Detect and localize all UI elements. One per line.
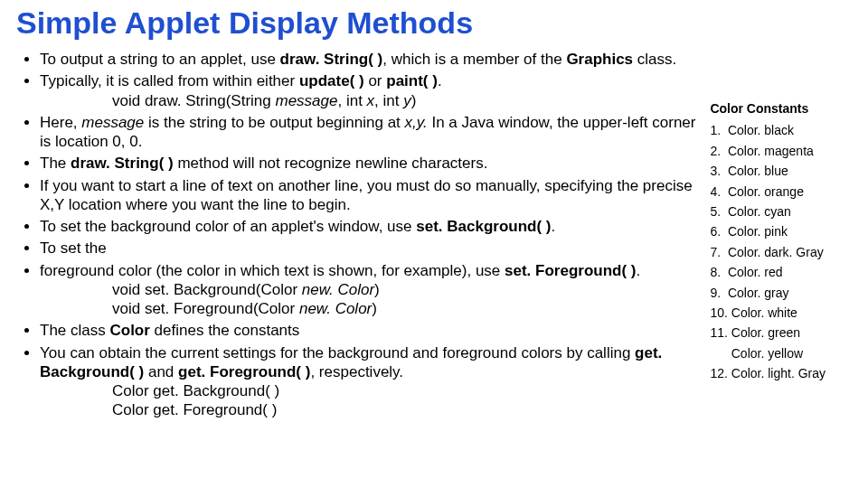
bullet-item: Typically, it is called from within eith…: [40, 71, 706, 110]
list-item: 9. Color. gray: [710, 283, 845, 303]
text: Graphics: [566, 51, 633, 68]
bullet-item: If you want to start a line of text on a…: [40, 176, 706, 215]
text: The class: [40, 322, 109, 339]
bullet-list: To output a string to an applet, use dra…: [40, 50, 706, 420]
text: You can obtain the current settings for …: [40, 344, 635, 361]
text: foreground color (the color in which tex…: [40, 262, 505, 279]
text: .: [551, 218, 555, 235]
text: To set the: [40, 239, 107, 257]
text: Color: [109, 322, 149, 339]
color-list: 1. Color. black 2. Color. magenta 3. Col…: [710, 120, 852, 383]
sidebar: Color Constants 1. Color. black 2. Color…: [706, 50, 852, 383]
text: The: [40, 155, 71, 172]
text: class.: [633, 51, 676, 68]
list-item: 4. Color. orange: [710, 182, 845, 202]
main-content: To output a string to an applet, use dra…: [16, 50, 706, 423]
text: Typically, it is called from within eith…: [40, 72, 299, 89]
text: , which is a member of the: [382, 51, 566, 68]
list-item: 5. Color. cyan: [710, 202, 845, 221]
text: x,y.: [405, 114, 428, 131]
bullet-item: The draw. String( ) method will not reco…: [40, 154, 706, 173]
list-item: Color. yellow: [710, 343, 845, 363]
text: , respectively.: [310, 363, 403, 380]
bullet-item: To set the: [40, 239, 706, 258]
bullet-item: To set the background color of an applet…: [40, 217, 706, 236]
bullet-item: The class Color defines the constants: [40, 321, 706, 340]
param: message: [275, 92, 337, 109]
list-item: 12. Color. light. Gray: [710, 363, 845, 383]
code-signature: void set. Foreground(Color new. Color): [112, 299, 706, 318]
slide: Simple Applet Display Methods To output …: [0, 0, 868, 488]
bullet-item: To output a string to an applet, use dra…: [40, 50, 706, 69]
text: draw. String( ): [71, 155, 174, 172]
text: Here,: [40, 114, 81, 131]
list-item: 10. Color. white: [710, 303, 845, 323]
text: To set the background color of an applet…: [40, 218, 416, 235]
text: message: [81, 114, 144, 131]
param: y: [403, 92, 411, 109]
text: and: [144, 363, 178, 380]
text: draw. String( ): [280, 51, 383, 68]
list-item: 6. Color. pink: [710, 221, 845, 241]
code-signature: void draw. String(String message, int x,…: [112, 91, 706, 110]
list-item: 8. Color. red: [710, 262, 845, 282]
param: new. Color: [302, 281, 374, 298]
bullet-item: You can obtain the current settings for …: [40, 343, 706, 420]
text: .: [636, 262, 640, 279]
code-signature: Color get. Foreground( ): [112, 400, 706, 419]
code-signature: Color get. Background( ): [112, 381, 706, 400]
bullet-item: Here, message is the string to be output…: [40, 113, 706, 152]
list-item: 2. Color. magenta: [710, 141, 845, 161]
param: new. Color: [299, 300, 372, 317]
param: x: [367, 92, 375, 109]
text: paint( ): [386, 72, 438, 89]
text: set. Foreground( ): [505, 262, 636, 279]
text: update( ): [299, 72, 364, 89]
list-item: 3. Color. blue: [710, 161, 845, 181]
text: get. Foreground( ): [178, 363, 310, 380]
list-item: 11. Color. green: [710, 323, 845, 343]
text: defines the constants: [150, 322, 299, 339]
text: method will not recognize newline charac…: [174, 155, 488, 172]
text: .: [438, 72, 442, 89]
text: If you want to start a line of text on a…: [40, 177, 693, 213]
sidebar-heading: Color Constants: [710, 99, 852, 118]
list-item: 7. Color. dark. Gray: [710, 242, 845, 262]
text: set. Background( ): [416, 218, 551, 235]
code-signature: void set. Background(Color new. Color): [112, 280, 706, 299]
slide-title: Simple Applet Display Methods: [16, 5, 852, 41]
list-item: 1. Color. black: [710, 120, 845, 140]
slide-body: To output a string to an applet, use dra…: [16, 50, 852, 423]
bullet-item: foreground color (the color in which tex…: [40, 261, 706, 319]
text: is the string to be output beginning at: [144, 114, 404, 131]
text: To output a string to an applet, use: [40, 51, 280, 68]
text: or: [364, 72, 387, 89]
